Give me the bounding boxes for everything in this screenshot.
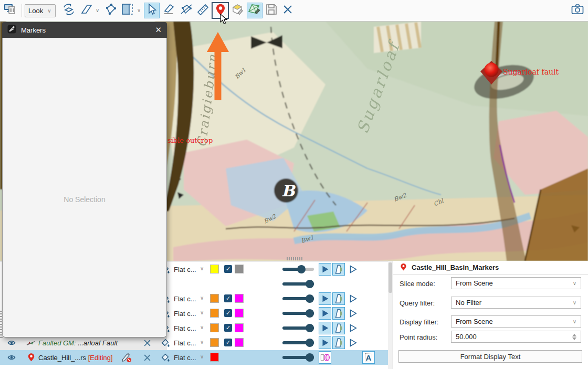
save-button[interactable] bbox=[264, 3, 279, 18]
colour-swatch[interactable] bbox=[235, 265, 244, 273]
ruler-button[interactable] bbox=[195, 3, 211, 18]
clear-scene-button[interactable] bbox=[3, 3, 18, 18]
draw-polyline-button[interactable] bbox=[178, 3, 194, 18]
chevron-down-icon[interactable]: ∨ bbox=[200, 295, 204, 301]
chevron-down-icon[interactable]: ∨ bbox=[200, 324, 204, 330]
play-button[interactable] bbox=[319, 336, 331, 349]
chevron-down-icon[interactable]: ∨ bbox=[200, 266, 204, 271]
polygon-select-button[interactable] bbox=[103, 3, 119, 18]
slice-flag-button[interactable] bbox=[332, 322, 345, 334]
play-button[interactable] bbox=[319, 322, 331, 334]
play-outline-button[interactable] bbox=[346, 307, 359, 320]
cancel-button[interactable] bbox=[280, 3, 296, 18]
query-filter-value: No Filter bbox=[456, 299, 481, 307]
colour-swatch[interactable] bbox=[235, 309, 244, 318]
colour-bucket-icon[interactable] bbox=[161, 338, 170, 350]
opacity-slider[interactable] bbox=[282, 339, 314, 346]
colour-swatch[interactable] bbox=[235, 338, 244, 347]
opacity-slider[interactable] bbox=[282, 354, 314, 361]
scrollbar-thumb[interactable] bbox=[388, 262, 392, 293]
shading-dropdown[interactable]: Flat c... bbox=[174, 310, 198, 318]
play-outline-button[interactable] bbox=[346, 292, 359, 305]
scene-object-name: Castle_Hill_...rs [Editing] bbox=[38, 354, 113, 362]
play-button[interactable] bbox=[319, 307, 331, 320]
markers-panel-header[interactable]: Markers ✕ bbox=[2, 22, 167, 38]
colour-swatch[interactable] bbox=[235, 323, 244, 332]
shading-dropdown[interactable]: Flat c... bbox=[174, 339, 198, 347]
query-filter-select[interactable]: No Filter ∨ bbox=[451, 297, 581, 309]
checkbox-checked[interactable]: ✓ bbox=[224, 324, 232, 332]
checkbox-checked[interactable]: ✓ bbox=[224, 309, 232, 317]
opacity-slider[interactable] bbox=[282, 310, 314, 317]
scene-list-row[interactable]: Faulted GM: ...arloaf Fault bbox=[0, 335, 167, 350]
slice-flag-button[interactable] bbox=[332, 336, 345, 349]
colour-bucket-icon[interactable] bbox=[161, 353, 170, 364]
colour-swatch[interactable] bbox=[210, 353, 219, 362]
slice-mode-select[interactable]: From Scene ∨ bbox=[451, 277, 581, 289]
rotate-view-button[interactable] bbox=[61, 3, 77, 18]
show-as-disks-button[interactable] bbox=[319, 351, 331, 364]
shading-dropdown[interactable]: Flat c... bbox=[174, 354, 198, 362]
chevron-down-icon[interactable]: ∨ bbox=[200, 310, 204, 315]
play-button[interactable] bbox=[319, 263, 331, 276]
colour-swatch[interactable] bbox=[210, 338, 219, 347]
edit-mesh-button[interactable] bbox=[247, 3, 262, 18]
scrollbar-vertical[interactable] bbox=[388, 261, 393, 369]
remove-from-scene-icon[interactable] bbox=[143, 339, 152, 350]
look-dropdown[interactable]: Look ∨ bbox=[25, 4, 56, 17]
slice-flag-button[interactable] bbox=[332, 307, 345, 320]
play-button[interactable] bbox=[319, 292, 331, 305]
chevron-down-icon: ∨ bbox=[573, 300, 576, 305]
opacity-slider[interactable] bbox=[282, 324, 314, 332]
scene-list-row[interactable]: Castle_Hill_...rs [Editing] bbox=[0, 350, 167, 365]
shape-row-selected[interactable]: Castle_Hill_...rs [Editing] Flat c... ∨ … bbox=[0, 350, 388, 365]
format-display-text-button[interactable]: Format Display Text bbox=[398, 350, 582, 363]
close-icon[interactable]: ✕ bbox=[155, 25, 162, 35]
checkbox-checked[interactable]: ✓ bbox=[224, 339, 232, 346]
chevron-down-icon[interactable]: ∨ bbox=[200, 354, 204, 360]
visibility-eye-icon[interactable] bbox=[7, 353, 16, 364]
slice-box-button[interactable] bbox=[120, 3, 135, 18]
screenshot-button[interactable] bbox=[570, 3, 585, 18]
shading-dropdown[interactable]: Flat c... bbox=[174, 324, 198, 332]
marker-icon bbox=[400, 262, 407, 273]
opacity-slider[interactable] bbox=[282, 280, 314, 288]
checkbox-checked[interactable]: ✓ bbox=[224, 265, 232, 273]
select-cursor-button[interactable] bbox=[144, 3, 160, 18]
colour-swatch[interactable] bbox=[210, 323, 219, 332]
stop-editing-pencil-icon[interactable] bbox=[121, 352, 132, 365]
play-outline-button[interactable] bbox=[346, 263, 359, 276]
query-filter-label: Query filter: bbox=[400, 299, 435, 307]
shading-dropdown[interactable]: Flat c... bbox=[174, 295, 198, 303]
visibility-eye-icon[interactable] bbox=[7, 339, 16, 349]
colour-swatch[interactable] bbox=[210, 309, 219, 318]
slicer-button[interactable] bbox=[79, 3, 94, 18]
left-splitter-handle[interactable] bbox=[0, 311, 3, 338]
draw-structural-data-button[interactable] bbox=[230, 3, 246, 18]
slice-flag-button[interactable] bbox=[332, 263, 345, 276]
slicer-dropdown-chevron[interactable]: ∨ bbox=[96, 7, 99, 13]
slice-box-dropdown-chevron[interactable]: ∨ bbox=[137, 7, 141, 13]
play-outline-button[interactable] bbox=[346, 322, 359, 334]
polygon-select-icon bbox=[104, 3, 118, 18]
colour-swatch[interactable] bbox=[210, 294, 219, 303]
colour-swatch[interactable] bbox=[210, 265, 219, 273]
colour-swatch[interactable] bbox=[235, 294, 244, 303]
chevron-down-icon[interactable]: ∨ bbox=[200, 339, 204, 345]
draw-slicer-line-button[interactable] bbox=[161, 3, 177, 18]
text-format-button[interactable]: A bbox=[362, 351, 375, 364]
checkbox-checked[interactable]: ✓ bbox=[224, 294, 232, 302]
play-outline-button[interactable] bbox=[346, 336, 359, 349]
shape-row[interactable]: Faulted GM: ...arloaf Fault Flat c... ∨ … bbox=[0, 335, 388, 350]
remove-from-scene-icon[interactable] bbox=[143, 353, 152, 364]
display-filter-select[interactable]: From Scene ∨ bbox=[451, 315, 581, 328]
slice-flag-button[interactable] bbox=[332, 292, 345, 305]
shading-dropdown[interactable]: Flat c... bbox=[174, 266, 198, 273]
draw-slicer-line-icon bbox=[162, 3, 176, 18]
opacity-slider[interactable] bbox=[282, 295, 314, 302]
spinner-arrows-icon[interactable] bbox=[572, 334, 576, 340]
markers-panel-body: No Selection bbox=[2, 38, 167, 338]
panel-splitter-handle[interactable] bbox=[287, 257, 302, 260]
opacity-slider[interactable] bbox=[282, 266, 314, 273]
point-radius-spinner[interactable]: 50.000 bbox=[451, 331, 581, 343]
